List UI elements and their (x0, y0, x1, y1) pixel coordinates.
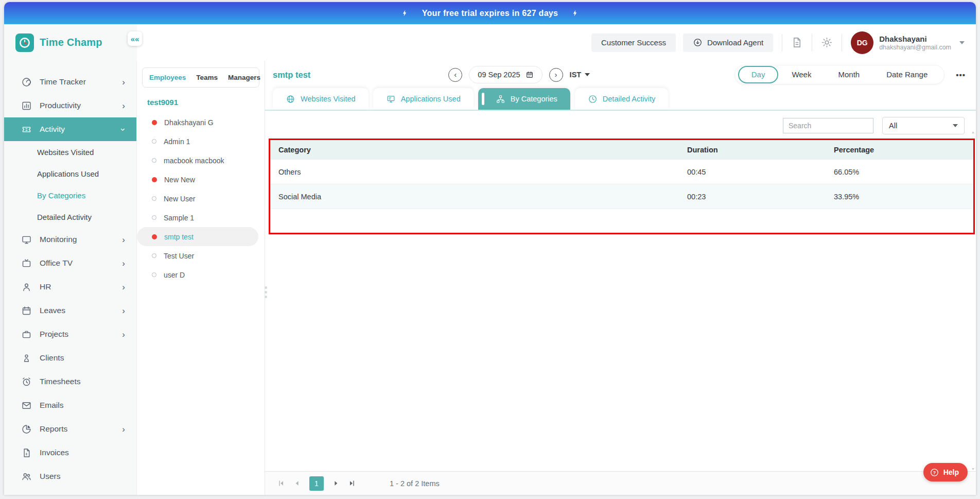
divider (812, 34, 812, 51)
first-page-button[interactable] (277, 479, 286, 488)
employee-row[interactable]: Admin 1 (137, 132, 258, 151)
more-options-button[interactable]: ••• (956, 71, 966, 79)
tab-employees[interactable]: Employees (149, 74, 186, 81)
sidebar-item-projects[interactable]: Projects› (4, 322, 136, 346)
reports-pie-icon (21, 424, 32, 435)
sidebar-item-reports[interactable]: Reports› (4, 417, 136, 441)
employee-row[interactable]: user D (137, 265, 258, 284)
view-date-range[interactable]: Date Range (873, 65, 941, 84)
sidebar-item-productivity[interactable]: Productivity› (4, 94, 136, 117)
next-page-button[interactable] (331, 479, 340, 488)
column-header-category[interactable]: Category (270, 146, 687, 154)
tab-by-categories[interactable]: By Categories (478, 88, 570, 110)
sidebar-item-applications-used[interactable]: Applications Used (4, 163, 136, 184)
customer-success-button[interactable]: Customer Success (591, 33, 676, 52)
previous-page-button[interactable] (293, 479, 302, 488)
employee-row[interactable]: New New (137, 170, 258, 189)
sidebar-item-activity[interactable]: Activity› (4, 117, 136, 141)
download-agent-button[interactable]: Download Agent (683, 33, 773, 52)
employee-row[interactable]: Sample 1 (137, 208, 258, 227)
monitoring-icon (21, 234, 32, 245)
employee-row[interactable]: macbook macbook (137, 151, 258, 170)
tab-teams[interactable]: Teams (196, 74, 218, 81)
view-week[interactable]: Week (778, 65, 825, 84)
sidebar-item-clients[interactable]: Clients (4, 346, 136, 370)
avatar[interactable]: DG (851, 31, 873, 54)
sidebar-collapse-button[interactable]: «« (128, 31, 142, 46)
column-header-percentage[interactable]: Percentage (834, 146, 973, 154)
view-mode-switcher: Day Week Month Date Range (734, 65, 945, 84)
tab-websites-visited[interactable]: Websites Visited (273, 88, 369, 110)
sidebar-item-detailed-activity[interactable]: Detailed Activity (4, 206, 136, 228)
svg-text:?: ? (933, 470, 936, 475)
sidebar-item-invoices[interactable]: Invoices (4, 441, 136, 464)
settings-gear-icon[interactable] (821, 37, 833, 48)
tab-managers[interactable]: Managers (228, 74, 260, 81)
activity-tabs: Websites Visited Applications Used By Ca… (265, 88, 976, 110)
title-row: smtp test ‹ 09 Sep 2025 › IST Day Week (265, 61, 976, 85)
employee-row[interactable]: Test User (137, 246, 258, 265)
view-month[interactable]: Month (825, 65, 873, 84)
next-day-button[interactable]: › (549, 68, 563, 82)
category-filter-dropdown[interactable]: All (882, 117, 965, 134)
sidebar-item-hr[interactable]: HR› (4, 275, 136, 299)
lightning-bolt-icon (401, 9, 409, 17)
time-tracker-icon (21, 77, 32, 88)
search-input[interactable] (783, 118, 873, 133)
column-header-duration[interactable]: Duration (687, 146, 834, 154)
user-email: dhakshayani@gmail.com (879, 44, 951, 51)
scrollbar-up-arrow[interactable]: ▲ (971, 130, 975, 134)
sidebar-item-websites-visited[interactable]: Websites Visited (4, 141, 136, 163)
clock-icon (588, 94, 598, 104)
body: Time Tracker› Productivity› Activity› We… (4, 61, 976, 495)
globe-icon (286, 94, 295, 104)
page-number-button[interactable]: 1 (309, 476, 324, 491)
employee-row-selected[interactable]: smtp test (137, 227, 258, 246)
header: Time Champ «« Customer Success Download … (4, 24, 976, 61)
chevron-right-icon: › (122, 101, 125, 110)
online-status-dot (152, 177, 157, 182)
document-icon[interactable] (791, 37, 803, 48)
last-page-button[interactable] (347, 479, 356, 488)
employee-row[interactable]: Dhakshayani G (137, 113, 258, 132)
help-button[interactable]: ? Help (923, 463, 968, 481)
employee-tabs: Employees Teams Managers (142, 67, 259, 88)
tab-applications-used[interactable]: Applications Used (373, 88, 474, 110)
date-picker[interactable]: 09 Sep 2025 (469, 66, 542, 83)
timesheets-clock-icon (21, 376, 32, 387)
timezone-dropdown[interactable]: IST (570, 71, 590, 79)
sidebar-item-users[interactable]: Users (4, 464, 136, 488)
tab-detailed-activity[interactable]: Detailed Activity (575, 88, 668, 110)
leaves-calendar-icon (21, 305, 32, 316)
view-day[interactable]: Day (738, 66, 779, 83)
employee-row[interactable]: New User (137, 189, 258, 208)
productivity-icon (21, 100, 32, 111)
activity-icon (21, 124, 32, 135)
sidebar-item-by-categories[interactable]: By Categories (4, 184, 136, 206)
download-icon (693, 38, 703, 47)
previous-day-button[interactable]: ‹ (448, 68, 462, 82)
table-row[interactable]: Others 00:45 66.05% (270, 160, 973, 184)
invoices-icon (21, 448, 32, 458)
scrollbar-down-arrow[interactable]: ▼ (971, 467, 975, 471)
download-agent-label: Download Agent (707, 38, 763, 47)
sidebar-item-time-tracker[interactable]: Time Tracker› (4, 70, 136, 94)
table-row[interactable]: Social Media 00:23 33.95% (270, 184, 973, 209)
chevron-right-icon: › (122, 425, 125, 434)
app-window: Your free trial expires in 627 days Time… (4, 2, 976, 495)
office-tv-icon (21, 258, 32, 269)
offline-status-dot (152, 215, 156, 220)
chevron-down-icon[interactable] (959, 41, 965, 44)
logo[interactable]: Time Champ (4, 24, 137, 61)
sidebar-item-emails[interactable]: Emails (4, 393, 136, 417)
sidebar-item-timesheets[interactable]: Timesheets (4, 370, 136, 393)
sidebar-item-leaves[interactable]: Leaves› (4, 299, 136, 322)
content-spacer (265, 234, 976, 471)
time-champ-logo-icon (15, 33, 34, 52)
sidebar-item-office-tv[interactable]: Office TV› (4, 251, 136, 275)
panel-resize-handle[interactable] (265, 286, 267, 298)
logo-text: Time Champ (40, 37, 102, 48)
sidebar-item-monitoring[interactable]: Monitoring› (4, 228, 136, 251)
team-group-name[interactable]: test9091 (137, 88, 265, 113)
offline-status-dot (152, 139, 156, 144)
